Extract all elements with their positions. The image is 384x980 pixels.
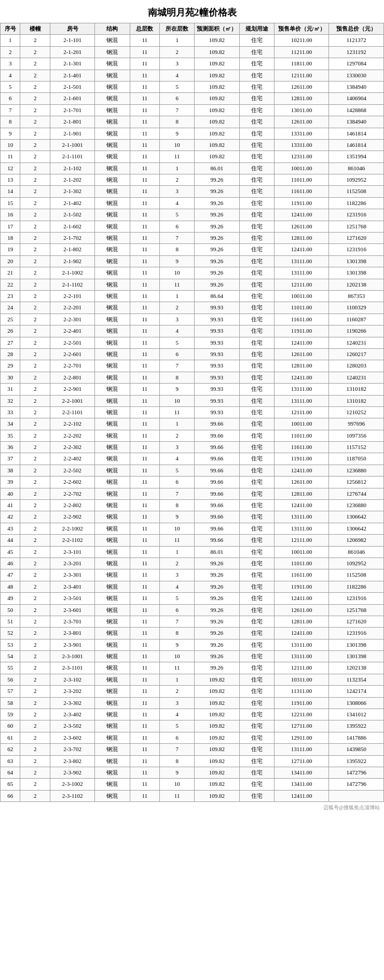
cell-r48-c2: 2-3-501: [50, 593, 94, 604]
cell-r3-c7: 住宅: [239, 70, 274, 81]
cell-r18-c7: 住宅: [239, 244, 274, 255]
cell-r1-c0: 2: [1, 46, 20, 58]
cell-r48-c7: 住宅: [239, 593, 274, 604]
cell-r26-c8: 12411.00: [274, 337, 329, 348]
cell-r47-c7: 住宅: [239, 581, 274, 592]
cell-r17-c2: 2-1-702: [50, 233, 94, 244]
cell-r7-c4: 11: [130, 116, 160, 128]
cell-r30-c8: 13111.00: [274, 384, 329, 395]
cell-r14-c5: 4: [160, 197, 195, 209]
cell-r16-c8: 12611.00: [274, 221, 329, 232]
cell-r63-c0: 64: [1, 767, 20, 779]
cell-r48-c6: 99.26: [195, 593, 239, 604]
cell-r17-c0: 18: [1, 233, 20, 244]
cell-r28-c3: 钢混: [95, 360, 130, 372]
table-row: 922-1-901钢混119109.82住宅13311.001461814: [1, 128, 384, 139]
cell-r39-c4: 11: [130, 488, 160, 499]
cell-r35-c0: 36: [1, 442, 20, 453]
cell-r27-c4: 11: [130, 348, 160, 360]
cell-r53-c0: 54: [1, 651, 20, 662]
cell-r59-c6: 109.82: [195, 720, 239, 732]
cell-r43-c7: 住宅: [239, 535, 274, 546]
table-row: 2722-2-501钢混11599.93住宅12411.001240231: [1, 337, 384, 348]
cell-r42-c5: 10: [160, 523, 195, 534]
cell-r0-c3: 钢混: [95, 35, 130, 46]
cell-r30-c3: 钢混: [95, 384, 130, 395]
cell-r1-c1: 2: [20, 46, 50, 58]
table-row: 3322-2-1101钢混111199.93住宅12111.001210252: [1, 406, 384, 418]
cell-r34-c2: 2-2-202: [50, 430, 94, 441]
cell-r63-c8: 13411.00: [274, 767, 329, 779]
cell-r37-c2: 2-2-502: [50, 465, 94, 476]
cell-r43-c3: 钢混: [95, 535, 130, 546]
cell-r30-c0: 31: [1, 384, 20, 395]
cell-r1-c2: 2-1-201: [50, 46, 94, 58]
cell-r56-c5: 2: [160, 686, 195, 697]
cell-r58-c2: 2-3-402: [50, 709, 94, 720]
cell-r10-c9: 1351994: [329, 151, 384, 162]
cell-r48-c5: 5: [160, 593, 195, 604]
cell-r54-c6: 99.26: [195, 662, 239, 674]
cell-r49-c8: 12611.00: [274, 604, 329, 616]
cell-r10-c6: 109.82: [195, 151, 239, 162]
table-row: 5022-3-601钢混11699.26住宅12611.001251768: [1, 604, 384, 616]
cell-r57-c8: 11911.00: [274, 697, 329, 709]
cell-r20-c5: 10: [160, 267, 195, 279]
cell-r21-c9: 1202138: [329, 279, 384, 290]
cell-r44-c2: 2-3-101: [50, 546, 94, 557]
cell-r15-c7: 住宅: [239, 209, 274, 221]
table-row: 4122-2-802钢混11899.66住宅12411.001236880: [1, 500, 384, 511]
cell-r61-c9: 1439850: [329, 744, 384, 755]
cell-r24-c4: 11: [130, 314, 160, 325]
table-row: 1422-1-302钢混11399.26住宅11611.001152508: [1, 186, 384, 197]
cell-r25-c0: 26: [1, 325, 20, 337]
cell-r21-c5: 11: [160, 279, 195, 290]
cell-r29-c4: 11: [130, 372, 160, 383]
cell-r50-c9: 1271620: [329, 616, 384, 627]
cell-r9-c6: 109.82: [195, 139, 239, 151]
cell-r48-c3: 钢混: [95, 593, 130, 604]
cell-r8-c9: 1461814: [329, 128, 384, 139]
cell-r51-c8: 12411.00: [274, 628, 329, 639]
cell-r14-c6: 99.26: [195, 197, 239, 209]
cell-r50-c0: 51: [1, 616, 20, 627]
cell-r24-c2: 2-2-301: [50, 314, 94, 325]
cell-r9-c0: 10: [1, 139, 20, 151]
cell-r47-c1: 2: [20, 581, 50, 592]
cell-r12-c4: 11: [130, 174, 160, 186]
cell-r44-c8: 10011.00: [274, 546, 329, 557]
cell-r18-c8: 12411.00: [274, 244, 329, 255]
cell-r22-c1: 2: [20, 290, 50, 302]
cell-r32-c5: 11: [160, 406, 195, 418]
cell-r44-c6: 86.01: [195, 546, 239, 557]
cell-r57-c7: 住宅: [239, 697, 274, 709]
cell-r19-c4: 11: [130, 255, 160, 267]
table-row: 1622-1-502钢混11599.26住宅12411.001231916: [1, 209, 384, 221]
cell-r59-c8: 12711.00: [274, 720, 329, 732]
cell-r36-c6: 99.66: [195, 453, 239, 465]
cell-r27-c3: 钢混: [95, 348, 130, 360]
cell-r58-c7: 住宅: [239, 709, 274, 720]
column-header-1: 楼幢: [20, 23, 50, 35]
table-row: 2922-2-701钢混11799.93住宅12811.001280203: [1, 360, 384, 372]
cell-r19-c2: 2-1-902: [50, 255, 94, 267]
cell-r62-c6: 109.82: [195, 755, 239, 767]
table-row: 5822-3-302钢混113109.82住宅11911.001308066: [1, 697, 384, 709]
table-row: 1122-1-1101钢混1111109.82住宅12311.001351994: [1, 151, 384, 162]
cell-r17-c6: 99.26: [195, 233, 239, 244]
cell-r32-c3: 钢混: [95, 406, 130, 418]
cell-r29-c1: 2: [20, 372, 50, 383]
cell-r15-c2: 2-1-502: [50, 209, 94, 221]
cell-r55-c4: 11: [130, 674, 160, 685]
cell-r63-c1: 2: [20, 767, 50, 779]
cell-r39-c3: 钢混: [95, 488, 130, 499]
cell-r14-c8: 11911.00: [274, 197, 329, 209]
cell-r18-c0: 19: [1, 244, 20, 255]
cell-r37-c0: 38: [1, 465, 20, 476]
cell-r61-c5: 7: [160, 744, 195, 755]
cell-r57-c1: 2: [20, 697, 50, 709]
table-row: 3222-2-1001钢混111099.93住宅13111.001310182: [1, 395, 384, 406]
cell-r36-c5: 4: [160, 453, 195, 465]
cell-r10-c3: 钢混: [95, 151, 130, 162]
cell-r60-c7: 住宅: [239, 732, 274, 743]
